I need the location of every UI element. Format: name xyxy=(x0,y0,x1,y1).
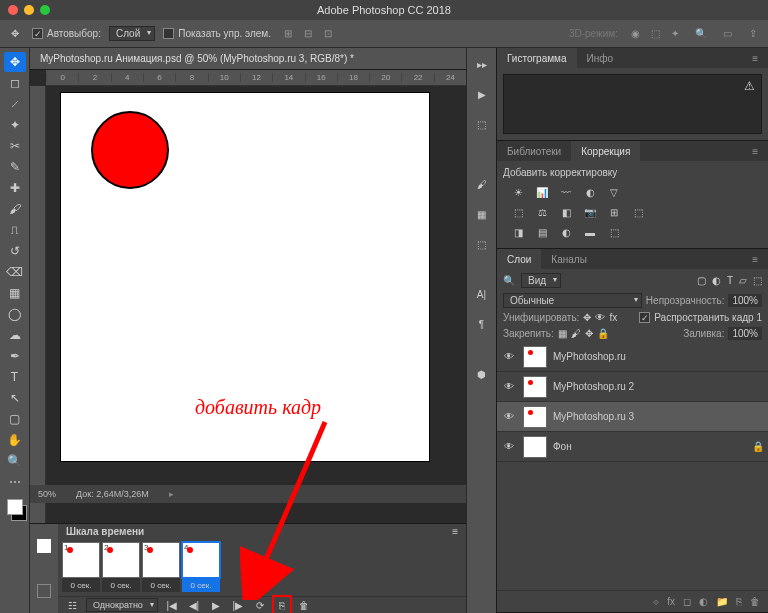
blur-tool[interactable]: ◯ xyxy=(4,304,26,324)
pen-tool[interactable]: ✒ xyxy=(4,346,26,366)
gradient-tool[interactable]: ▦ xyxy=(4,283,26,303)
tab-layers[interactable]: Слои xyxy=(497,249,541,269)
filter-smart-icon[interactable]: ⬚ xyxy=(753,275,762,286)
dodge-tool[interactable]: ☁ xyxy=(4,325,26,345)
tab-libraries[interactable]: Библиотеки xyxy=(497,141,571,161)
vibrance-icon[interactable]: ▽ xyxy=(605,184,623,200)
filter-type-icon[interactable]: T xyxy=(727,275,733,286)
zoom-tool[interactable]: 🔍 xyxy=(4,451,26,471)
threshold-icon[interactable]: ◐ xyxy=(557,224,575,240)
path-selection-tool[interactable]: ↖ xyxy=(4,388,26,408)
canvas[interactable] xyxy=(60,92,430,462)
autoselect-mode-dropdown[interactable]: Слой xyxy=(109,26,155,41)
healing-tool[interactable]: ✚ xyxy=(4,178,26,198)
align-btn[interactable]: ⊞ xyxy=(279,25,297,43)
blend-mode-dropdown[interactable]: Обычные xyxy=(503,293,642,308)
bw-icon[interactable]: ◧ xyxy=(557,204,575,220)
convert-timeline-icon[interactable]: ☷ xyxy=(64,597,80,613)
layer-item[interactable]: 👁 MyPhotoshop.ru xyxy=(497,342,768,372)
color-balance-icon[interactable]: ⚖ xyxy=(533,204,551,220)
character-panel-icon[interactable]: A| xyxy=(472,284,492,304)
workspace-menu-icon[interactable]: ▭ xyxy=(718,25,736,43)
eyedropper-tool[interactable]: ✎ xyxy=(4,157,26,177)
marquee-tool[interactable]: ◻ xyxy=(4,73,26,93)
warning-icon[interactable]: ⚠ xyxy=(744,79,755,93)
tab-info[interactable]: Инфо xyxy=(577,48,624,68)
link-layers-icon[interactable]: ⟐ xyxy=(653,596,659,607)
edit-toolbar[interactable]: ⋯ xyxy=(4,472,26,492)
next-frame-button[interactable]: |▶ xyxy=(230,597,246,613)
crop-tool[interactable]: ✂ xyxy=(4,136,26,156)
delete-layer-icon[interactable]: 🗑 xyxy=(750,596,760,607)
show-transform-checkbox[interactable]: Показать упр. элем. xyxy=(163,28,271,39)
visibility-toggle[interactable]: 👁 xyxy=(501,351,517,362)
brush-tool[interactable]: 🖌 xyxy=(4,199,26,219)
swatches-icon[interactable]: ▦ xyxy=(472,204,492,224)
red-circle-shape[interactable] xyxy=(91,111,169,189)
timeline-frame[interactable]: 4 0 сек. xyxy=(182,542,220,592)
first-frame-button[interactable]: |◀ xyxy=(164,597,180,613)
layer-item[interactable]: 👁 Фон 🔒 xyxy=(497,432,768,462)
align-btn[interactable]: ⊡ xyxy=(319,25,337,43)
color-lookup-icon[interactable]: ⬚ xyxy=(629,204,647,220)
lock-position-icon[interactable]: ✥ xyxy=(585,328,593,339)
brush-panel-icon[interactable]: 🖌 xyxy=(472,174,492,194)
unify-visibility-icon[interactable]: 👁 xyxy=(595,312,605,323)
eraser-tool[interactable]: ⌫ xyxy=(4,262,26,282)
filter-pixel-icon[interactable]: ▢ xyxy=(697,275,706,286)
gradient-map-icon[interactable]: ▬ xyxy=(581,224,599,240)
panel-menu-icon[interactable]: ≡ xyxy=(742,48,768,68)
photo-filter-icon[interactable]: 📷 xyxy=(581,204,599,220)
layer-style-icon[interactable]: fx xyxy=(667,596,675,607)
layer-thumbnail[interactable] xyxy=(523,376,547,398)
play-icon[interactable]: ▶ xyxy=(472,84,492,104)
panel-menu-icon[interactable]: ≡ xyxy=(742,249,768,269)
document-tab[interactable]: MyPhotoshop.ru Анимация.psd @ 50% (MyPho… xyxy=(30,48,466,70)
lock-pixels-icon[interactable]: 🖌 xyxy=(571,328,581,339)
3d-btn[interactable]: ◉ xyxy=(626,25,644,43)
layer-thumbnail[interactable] xyxy=(523,406,547,428)
3d-panel-icon[interactable]: ⬢ xyxy=(472,364,492,384)
ruler-vertical[interactable] xyxy=(30,86,46,523)
loop-mode-dropdown[interactable]: Однократно xyxy=(86,598,158,612)
panel-menu-icon[interactable]: ≡ xyxy=(452,526,458,537)
tab-adjustments[interactable]: Коррекция xyxy=(571,141,640,161)
new-layer-icon[interactable]: ⎘ xyxy=(736,596,742,607)
hand-tool[interactable]: ✋ xyxy=(4,430,26,450)
layer-thumbnail[interactable] xyxy=(523,436,547,458)
doc-size[interactable]: Док: 2,64M/3,26M xyxy=(76,489,149,499)
shape-tool[interactable]: ▢ xyxy=(4,409,26,429)
tab-histogram[interactable]: Гистограмма xyxy=(497,48,577,68)
fill-value[interactable]: 100% xyxy=(728,327,762,340)
move-tool[interactable]: ✥ xyxy=(4,52,26,72)
window-close-button[interactable] xyxy=(8,5,18,15)
panel-menu-icon[interactable]: ≡ xyxy=(742,141,768,161)
timeline-frame[interactable]: 1 0 сек. xyxy=(62,542,100,592)
selective-color-icon[interactable]: ⬚ xyxy=(605,224,623,240)
timeline-frame[interactable]: 3 0 сек. xyxy=(142,542,180,592)
window-minimize-button[interactable] xyxy=(24,5,34,15)
prev-frame-button[interactable]: ◀| xyxy=(186,597,202,613)
filter-adjust-icon[interactable]: ◐ xyxy=(712,275,721,286)
window-maximize-button[interactable] xyxy=(40,5,50,15)
visibility-toggle[interactable]: 👁 xyxy=(501,381,517,392)
layer-thumbnail[interactable] xyxy=(523,346,547,368)
timeline-frame[interactable]: 2 0 сек. xyxy=(102,542,140,592)
3d-btn[interactable]: ⬚ xyxy=(646,25,664,43)
play-button[interactable]: ▶ xyxy=(208,597,224,613)
opacity-value[interactable]: 100% xyxy=(728,294,762,307)
delete-frame-button[interactable]: 🗑 xyxy=(296,597,312,613)
search-icon[interactable]: 🔍 xyxy=(503,275,515,286)
autoselect-checkbox[interactable]: ✓ Автовыбор: xyxy=(32,28,101,39)
propagate-checkbox[interactable]: ✓ xyxy=(639,312,650,323)
align-btn[interactable]: ⊟ xyxy=(299,25,317,43)
levels-icon[interactable]: 📊 xyxy=(533,184,551,200)
3d-btn[interactable]: ✦ xyxy=(666,25,684,43)
unify-style-icon[interactable]: fx xyxy=(609,312,617,323)
tween-button[interactable]: ⟳ xyxy=(252,597,268,613)
ruler-horizontal[interactable]: 024681012141618202224 xyxy=(46,70,466,86)
zoom-level[interactable]: 50% xyxy=(38,489,56,499)
hue-icon[interactable]: ⬚ xyxy=(509,204,527,220)
tab-channels[interactable]: Каналы xyxy=(541,249,597,269)
filter-shape-icon[interactable]: ▱ xyxy=(739,275,747,286)
